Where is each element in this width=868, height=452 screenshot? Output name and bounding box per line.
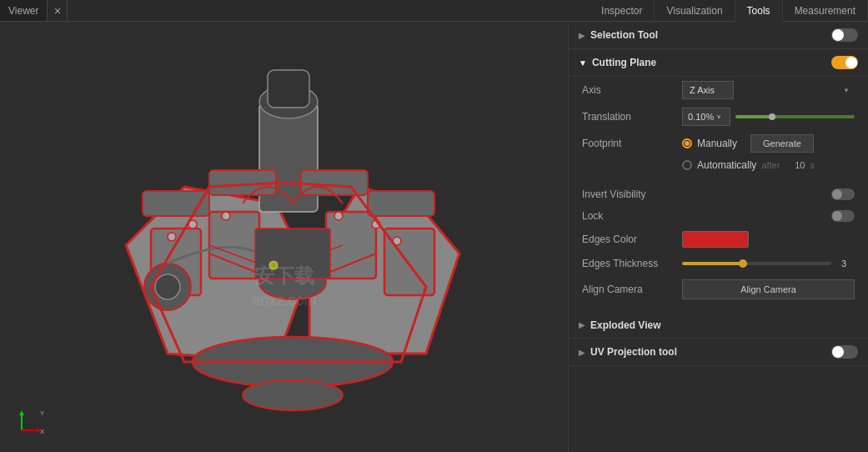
close-button[interactable]: × xyxy=(48,0,68,21)
manually-label: Manually xyxy=(697,138,737,149)
svg-point-18 xyxy=(155,274,180,299)
automatically-option[interactable]: Automatically xyxy=(682,159,756,171)
selection-tool-chevron: ▶ xyxy=(579,31,585,40)
align-camera-row: Align Camera Align Camera xyxy=(569,275,868,304)
align-camera-value: Align Camera xyxy=(682,279,855,299)
lock-label: Lock xyxy=(582,210,831,222)
selection-tool-toggle[interactable] xyxy=(831,28,858,42)
footprint-auto-row: Automatically after 10 s xyxy=(569,157,868,175)
axis-value: Z Axis X Axis Y Axis xyxy=(682,81,855,99)
svg-text:安下载: 安下载 xyxy=(253,264,314,287)
svg-rect-13 xyxy=(301,170,368,195)
axis-select-wrapper: Z Axis X Axis Y Axis xyxy=(682,81,855,99)
edges-thickness-value: 3 xyxy=(682,259,855,269)
svg-point-19 xyxy=(243,380,343,410)
after-unit: s xyxy=(810,160,815,170)
edges-color-row: Edges Color xyxy=(569,227,868,252)
axis-label: Axis xyxy=(582,84,682,96)
svg-text:anxz.com: anxz.com xyxy=(252,292,316,309)
align-camera-button[interactable]: Align Camera xyxy=(682,279,855,299)
cutting-plane-toggle[interactable] xyxy=(831,56,858,69)
svg-rect-14 xyxy=(368,191,434,216)
edges-thickness-row: Edges Thickness 3 xyxy=(569,252,868,275)
cutting-plane-section[interactable]: ▼ Cutting Plane xyxy=(569,49,868,77)
tab-measurement[interactable]: Measurement xyxy=(783,0,868,22)
cutting-plane-title: Cutting Plane xyxy=(592,57,831,68)
exploded-view-title: Exploded View xyxy=(590,319,858,331)
svg-text:X: X xyxy=(40,428,45,435)
tab-inspector[interactable]: Inspector xyxy=(590,0,655,22)
svg-point-37 xyxy=(271,263,276,268)
after-value: 10 xyxy=(785,160,805,170)
top-navigation: Viewer × Inspector Visualization Tools M… xyxy=(0,0,868,22)
svg-rect-7 xyxy=(209,212,259,279)
translation-value-area: 0.10% ▼ xyxy=(682,108,855,126)
generate-button[interactable]: Generate xyxy=(750,134,814,153)
svg-rect-9 xyxy=(384,229,434,295)
3d-viewer[interactable]: 安下载 anxz.com Y X xyxy=(0,22,568,452)
edges-thickness-label: Edges Thickness xyxy=(582,258,682,269)
exploded-view-chevron: ▶ xyxy=(579,320,585,329)
engine-svg: 安下载 anxz.com xyxy=(43,37,526,437)
edges-thickness-number: 3 xyxy=(841,259,855,269)
translation-arrow: ▼ xyxy=(715,113,722,121)
viewer-label: Viewer xyxy=(0,0,48,21)
svg-point-22 xyxy=(222,212,230,220)
right-panel: ▶ Selection Tool ▼ Cutting Plane Axis Z … xyxy=(568,22,868,452)
translation-value-box[interactable]: 0.10% ▼ xyxy=(682,108,730,126)
invert-visibility-label: Invert Visibility xyxy=(582,188,831,200)
axis-select[interactable]: Z Axis X Axis Y Axis xyxy=(682,81,734,99)
svg-marker-31 xyxy=(19,410,24,415)
engine-viewport: 安下载 anxz.com xyxy=(0,22,568,452)
uv-projection-section[interactable]: ▶ UV Projection tool xyxy=(569,339,868,366)
uv-projection-title: UV Projection tool xyxy=(590,346,831,358)
selection-tool-section[interactable]: ▶ Selection Tool xyxy=(569,22,868,49)
main-layout: 安下载 anxz.com Y X ▶ Selection Tool xyxy=(0,22,868,452)
footprint-row: Footprint Manually Generate xyxy=(569,130,868,157)
svg-point-20 xyxy=(168,233,176,241)
align-camera-label: Align Camera xyxy=(582,284,682,295)
uv-projection-chevron: ▶ xyxy=(579,348,585,357)
cutting-plane-chevron: ▼ xyxy=(579,58,587,68)
edges-color-value xyxy=(682,231,855,248)
lock-toggle[interactable] xyxy=(831,210,855,222)
footprint-manually-area: Manually Generate xyxy=(682,134,855,153)
manually-option[interactable]: Manually xyxy=(682,138,737,149)
tab-visualization[interactable]: Visualization xyxy=(655,0,735,22)
automatically-radio[interactable] xyxy=(682,160,692,170)
svg-point-23 xyxy=(334,212,343,220)
svg-text:Y: Y xyxy=(40,409,45,417)
uv-projection-toggle[interactable] xyxy=(831,345,858,359)
edges-thickness-slider[interactable] xyxy=(682,262,831,265)
axis-row: Axis Z Axis X Axis Y Axis xyxy=(569,77,868,103)
after-label: after xyxy=(761,160,780,170)
manually-radio[interactable] xyxy=(682,138,692,148)
svg-rect-5 xyxy=(268,70,309,108)
edges-color-swatch[interactable] xyxy=(682,231,749,248)
invert-visibility-toggle[interactable] xyxy=(831,188,855,200)
tab-tools[interactable]: Tools xyxy=(735,0,783,23)
automatically-label: Automatically xyxy=(697,159,756,171)
selection-tool-title: Selection Tool xyxy=(590,29,831,41)
exploded-view-section[interactable]: ▶ Exploded View xyxy=(569,312,868,339)
edges-color-label: Edges Color xyxy=(582,234,682,245)
cursor xyxy=(267,259,280,272)
footprint-label: Footprint xyxy=(582,138,682,149)
axis-indicator: Y X xyxy=(15,404,48,437)
svg-rect-8 xyxy=(326,212,376,279)
translation-label: Translation xyxy=(582,111,682,123)
translation-row: Translation 0.10% ▼ xyxy=(569,103,868,130)
translation-slider[interactable] xyxy=(735,115,855,118)
lock-row: Lock xyxy=(569,205,868,227)
invert-visibility-row: Invert Visibility xyxy=(569,183,868,205)
